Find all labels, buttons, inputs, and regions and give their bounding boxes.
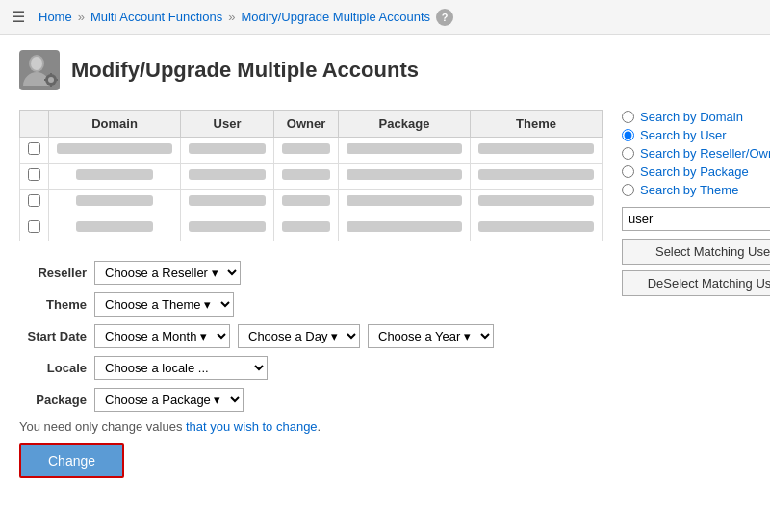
search-options: Search by Domain Search by User Search b… [622, 110, 770, 197]
label-domain[interactable]: Search by Domain [640, 110, 743, 124]
domain-cell [76, 221, 153, 232]
table-section: Domain User Owner Package Theme [19, 110, 603, 478]
reseller-row: Reseller Choose a Reseller ▾ [19, 261, 603, 285]
theme-cell [478, 195, 594, 206]
col-header-domain: Domain [49, 111, 181, 138]
svg-rect-7 [55, 79, 58, 81]
user-cell [189, 169, 266, 180]
hint-static: You need only change values [19, 419, 186, 434]
owner-cell [282, 143, 330, 154]
reseller-select[interactable]: Choose a Reseller ▾ [94, 261, 241, 285]
select-matching-button[interactable]: Select Matching Users [622, 239, 770, 265]
label-package[interactable]: Search by Package [640, 165, 749, 179]
package-row: Package Choose a Package ▾ [19, 388, 603, 412]
separator2: » [228, 10, 235, 24]
radio-reseller[interactable] [622, 147, 634, 160]
col-header-checkbox [20, 111, 49, 138]
startdate-row: Start Date Choose a Month ▾ Choose a Day… [19, 324, 603, 348]
radio-domain[interactable] [622, 111, 634, 123]
table-row [20, 215, 603, 241]
reseller-label: Reseller [19, 266, 87, 280]
svg-rect-6 [44, 79, 47, 81]
col-header-user: User [181, 111, 274, 138]
deselect-matching-button[interactable]: DeSelect Matching Users [622, 270, 770, 296]
col-header-theme: Theme [471, 111, 603, 138]
col-header-owner: Owner [274, 111, 339, 138]
theme-label: Theme [19, 297, 87, 312]
theme-cell [478, 143, 594, 154]
help-icon[interactable]: ? [436, 9, 453, 26]
startdate-label: Start Date [19, 329, 87, 343]
row-checkbox-2[interactable] [28, 168, 40, 181]
page-title-row: Modify/Upgrade Multiple Accounts [19, 50, 751, 90]
row-checkbox-1[interactable] [28, 142, 40, 155]
form-section: Reseller Choose a Reseller ▾ Theme Choos… [19, 261, 603, 478]
accounts-table: Domain User Owner Package Theme [19, 110, 603, 241]
package-select[interactable]: Choose a Package ▾ [94, 388, 244, 412]
separator1: » [78, 10, 85, 24]
svg-rect-4 [50, 73, 52, 76]
hamburger-icon[interactable]: ☰ [12, 8, 25, 26]
svg-point-1 [31, 57, 42, 70]
search-option-reseller: Search by Reseller/Owner [622, 146, 770, 161]
locale-select[interactable]: Choose a locale ... [94, 356, 268, 380]
theme-select[interactable]: Choose a Theme ▾ [94, 292, 234, 317]
table-row [20, 164, 603, 190]
search-option-domain: Search by Domain [622, 110, 770, 124]
locale-label: Locale [19, 361, 87, 375]
radio-user[interactable] [622, 129, 634, 141]
svg-point-3 [48, 77, 54, 83]
svg-rect-5 [50, 84, 52, 87]
hint-end: . [318, 419, 321, 434]
label-theme[interactable]: Search by Theme [640, 183, 738, 197]
nav-home-link[interactable]: Home [38, 10, 72, 24]
row-checkbox-3[interactable] [28, 194, 40, 207]
user-cell [189, 195, 266, 206]
search-input[interactable] [622, 207, 770, 231]
owner-cell [282, 195, 330, 206]
nav-current-page: Modify/Upgrade Multiple Accounts [241, 10, 430, 24]
user-cell [189, 221, 266, 232]
year-select[interactable]: Choose a Year ▾ [368, 324, 494, 348]
theme-cell [478, 169, 594, 180]
page-title-icon [19, 50, 60, 90]
label-user[interactable]: Search by User [640, 128, 727, 142]
domain-cell [57, 143, 172, 154]
domain-cell [76, 169, 153, 180]
domain-cell [76, 195, 153, 206]
package-cell [346, 143, 462, 154]
owner-cell [282, 221, 330, 232]
package-label: Package [19, 393, 87, 407]
label-reseller[interactable]: Search by Reseller/Owner [640, 146, 770, 161]
page-title: Modify/Upgrade Multiple Accounts [71, 58, 419, 83]
search-option-package: Search by Package [622, 165, 770, 179]
search-option-user: Search by User [622, 128, 770, 142]
search-option-theme: Search by Theme [622, 183, 770, 197]
package-cell [346, 221, 462, 232]
radio-theme[interactable] [622, 184, 634, 196]
user-cell [189, 143, 266, 154]
row-checkbox-4[interactable] [28, 220, 40, 233]
month-select[interactable]: Choose a Month ▾ [94, 324, 230, 348]
page-content: Modify/Upgrade Multiple Accounts Domain … [0, 35, 770, 494]
theme-cell [478, 221, 594, 232]
main-layout: Domain User Owner Package Theme [19, 110, 751, 478]
package-cell [346, 195, 462, 206]
radio-package[interactable] [622, 165, 634, 178]
theme-row: Theme Choose a Theme ▾ [19, 292, 603, 317]
nav-multi-account-link[interactable]: Multi Account Functions [90, 10, 222, 24]
owner-cell [282, 169, 330, 180]
hint-blue: that you wish to change [186, 419, 318, 434]
table-row [20, 138, 603, 164]
topbar: ☰ Home » Multi Account Functions » Modif… [0, 0, 770, 35]
locale-row: Locale Choose a locale ... [19, 356, 603, 380]
table-row [20, 190, 603, 215]
change-button[interactable]: Change [19, 443, 124, 478]
col-header-package: Package [339, 111, 471, 138]
day-select[interactable]: Choose a Day ▾ [238, 324, 360, 348]
hint-text: You need only change values that you wis… [19, 419, 603, 434]
package-cell [346, 169, 462, 180]
right-panel: Search by Domain Search by User Search b… [622, 110, 770, 302]
